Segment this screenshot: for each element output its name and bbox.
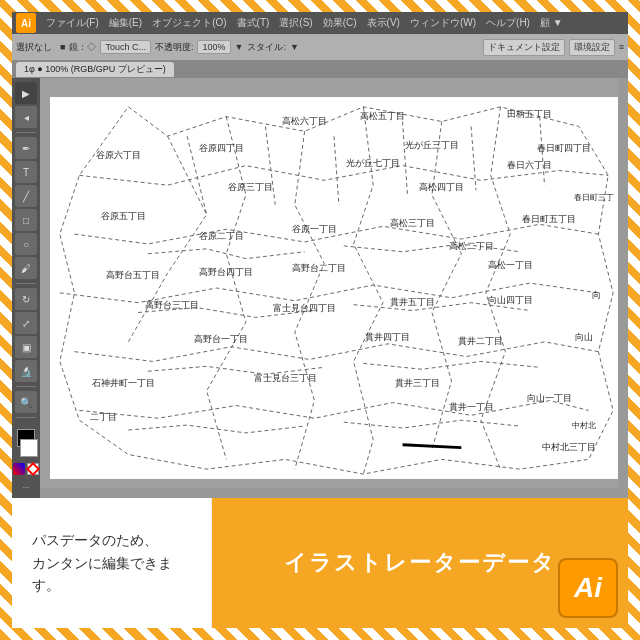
label-nukui1: 貫井一丁目 bbox=[449, 402, 494, 412]
label-takano2: 高野台二丁目 bbox=[292, 263, 346, 273]
horizontal-scrollbar[interactable] bbox=[40, 488, 618, 498]
label-yabara5: 谷原五丁目 bbox=[101, 211, 146, 221]
label-kasugacho5: 春日町五丁目 bbox=[522, 214, 576, 224]
ai-badge: Ai bbox=[558, 558, 618, 618]
label-takamatsu2: 高松二丁目 bbox=[449, 241, 494, 251]
brush-tool[interactable]: 🖌 bbox=[15, 257, 37, 279]
map-container: 高松六丁目 高松五丁目 田柄五丁目 谷原六丁目 谷原四丁目 光が丘三丁目 春日町… bbox=[50, 88, 618, 488]
label-takamatsu1: 高松一丁目 bbox=[488, 260, 533, 270]
label-tagara5: 田柄五丁目 bbox=[507, 109, 552, 119]
label-takamatsu4: 高松四丁目 bbox=[419, 182, 464, 192]
label-2chome: 二丁目 bbox=[90, 412, 117, 422]
menu-select[interactable]: 選択(S) bbox=[275, 14, 316, 32]
label-takano1: 高野台一丁目 bbox=[194, 334, 248, 344]
toolbar: 選択なし ■ 鏡：◇ Touch C... 不透明度: 100% ▼ スタイル:… bbox=[12, 34, 628, 60]
opacity-label: 不透明度: bbox=[155, 41, 194, 54]
left-toolbar: ▶ ◂ ✒ T ╱ □ ○ 🖌 ↻ ⤢ ▣ 🔬 🔍 bbox=[12, 78, 40, 498]
tool-separator-1 bbox=[16, 132, 36, 133]
label-mukoyama: 向山 bbox=[575, 332, 593, 342]
gradient-tool[interactable]: ▣ bbox=[15, 336, 37, 358]
menu-type[interactable]: 書式(T) bbox=[233, 14, 274, 32]
rotate-tool[interactable]: ↻ bbox=[15, 288, 37, 310]
label-takano5: 高野台五丁目 bbox=[106, 270, 160, 280]
menu-bar: Ai ファイル(F) 編集(E) オブジェクト(O) 書式(T) 選択(S) 効… bbox=[12, 12, 628, 34]
selection-label: 選択なし bbox=[16, 41, 52, 54]
vertical-scrollbar[interactable] bbox=[618, 78, 628, 498]
ai-logo-menu: Ai bbox=[16, 13, 36, 33]
scale-tool[interactable]: ⤢ bbox=[15, 312, 37, 334]
opacity-value[interactable]: 100% bbox=[197, 40, 230, 54]
label-yabara2: 谷原二丁目 bbox=[199, 231, 244, 241]
footer-title: イラストレーターデータ bbox=[284, 548, 556, 578]
label-nakamura-kita: 中村北 bbox=[572, 421, 596, 430]
label-takano3: 高野台三丁目 bbox=[145, 300, 199, 310]
tab-bar: 1φ ● 100% (RGB/GPU プレビュー) bbox=[12, 60, 628, 78]
label-takano4: 高野台四丁目 bbox=[199, 267, 253, 277]
menu-file[interactable]: ファイル(F) bbox=[42, 14, 103, 32]
working-area: ▶ ◂ ✒ T ╱ □ ○ 🖌 ↻ ⤢ ▣ 🔬 🔍 bbox=[12, 78, 628, 498]
toolbar-size: 鏡：◇ bbox=[69, 41, 96, 54]
label-muko: 向 bbox=[592, 290, 601, 300]
select-tool[interactable]: ▶ bbox=[15, 82, 37, 104]
type-tool[interactable]: T bbox=[15, 161, 37, 183]
doc-settings-btn[interactable]: ドキュメント設定 bbox=[483, 39, 565, 56]
touch-control[interactable]: Touch C... bbox=[100, 40, 151, 54]
canvas-area[interactable]: 高松六丁目 高松五丁目 田柄五丁目 谷原六丁目 谷原四丁目 光が丘三丁目 春日町… bbox=[40, 78, 628, 498]
style-label: スタイル: bbox=[247, 41, 286, 54]
menu-window[interactable]: ウィンドウ(W) bbox=[406, 14, 480, 32]
menu-edit[interactable]: 編集(E) bbox=[105, 14, 146, 32]
label-yabara4: 谷原四丁目 bbox=[199, 143, 244, 153]
map-svg: 高松六丁目 高松五丁目 田柄五丁目 谷原六丁目 谷原四丁目 光が丘三丁目 春日町… bbox=[50, 88, 618, 488]
rect-tool[interactable]: □ bbox=[15, 209, 37, 231]
gradient-swatch[interactable] bbox=[13, 463, 25, 475]
label-kasuga6: 春日六丁目 bbox=[507, 160, 552, 170]
label-nukui4: 貫井四丁目 bbox=[365, 332, 410, 342]
label-kasugacho4: 春日町四丁目 bbox=[537, 143, 591, 153]
label-shakujii1: 石神井町一丁目 bbox=[92, 378, 155, 388]
env-settings-btn[interactable]: 環境設定 bbox=[569, 39, 615, 56]
label-yabara6: 谷原六丁目 bbox=[96, 150, 141, 160]
label-kasugacho3: 春日町三丁 bbox=[574, 193, 614, 202]
tool-separator-3 bbox=[16, 386, 36, 387]
menu-help[interactable]: ヘルプ(H) bbox=[482, 14, 534, 32]
label-nukui5: 貫井五丁目 bbox=[390, 297, 435, 307]
label-yabara1: 谷原一丁目 bbox=[292, 224, 337, 234]
label-mukoyama1: 向山一丁目 bbox=[527, 393, 572, 403]
bottom-right-panel: イラストレーターデータ Ai bbox=[212, 498, 628, 628]
label-nukui3: 貫井三丁目 bbox=[395, 378, 440, 388]
label-nukui2: 貫井二丁目 bbox=[458, 336, 503, 346]
bottom-left-panel: パスデータのため、 カンタンに編集できます。 bbox=[12, 498, 212, 628]
more-tools[interactable]: ... bbox=[23, 481, 30, 490]
eyedropper-tool[interactable]: 🔬 bbox=[15, 360, 37, 382]
label-takamatsu3: 高松三丁目 bbox=[390, 218, 435, 228]
label-takamatsu6: 高松六丁目 bbox=[282, 116, 327, 126]
description-line2: カンタンに編集できます。 bbox=[32, 552, 191, 597]
pen-tool[interactable]: ✒ bbox=[15, 137, 37, 159]
ellipse-tool[interactable]: ○ bbox=[15, 233, 37, 255]
tool-separator-4 bbox=[16, 417, 36, 418]
menu-extra[interactable]: 顧 ▼ bbox=[536, 14, 567, 32]
stroke-swatch[interactable] bbox=[20, 439, 38, 457]
label-takamatsu5: 高松五丁目 bbox=[360, 111, 405, 121]
label-yabara3: 谷原三丁目 bbox=[228, 182, 273, 192]
none-swatch[interactable] bbox=[27, 463, 39, 475]
document-tab[interactable]: 1φ ● 100% (RGB/GPU プレビュー) bbox=[16, 62, 174, 77]
zoom-tool[interactable]: 🔍 bbox=[15, 391, 37, 413]
menu-view[interactable]: 表示(V) bbox=[363, 14, 404, 32]
line-tool[interactable]: ╱ bbox=[15, 185, 37, 207]
description-line1: パスデータのため、 bbox=[32, 529, 191, 551]
direct-select-tool[interactable]: ◂ bbox=[15, 106, 37, 128]
label-hikagaoka3: 光が丘三丁目 bbox=[405, 140, 459, 150]
menu-effect[interactable]: 効果(C) bbox=[319, 14, 361, 32]
label-fujimidai4: 富士見台四丁目 bbox=[273, 303, 336, 313]
label-mukoyama4: 向山四丁目 bbox=[488, 295, 533, 305]
color-swatches: ... bbox=[13, 429, 39, 494]
tool-separator-2 bbox=[16, 283, 36, 284]
label-nakamura-kita3: 中村北三丁目 bbox=[542, 442, 596, 452]
main-content: Ai ファイル(F) 編集(E) オブジェクト(O) 書式(T) 選択(S) 効… bbox=[12, 12, 628, 628]
label-fujimidai3: 富士見台三丁目 bbox=[254, 373, 317, 383]
label-hikagaoka7: 光が丘七丁目 bbox=[346, 158, 400, 168]
menu-object[interactable]: オブジェクト(O) bbox=[148, 14, 230, 32]
bottom-section: パスデータのため、 カンタンに編集できます。 イラストレーターデータ Ai bbox=[12, 498, 628, 628]
toolbar-shape: ■ bbox=[60, 42, 65, 52]
